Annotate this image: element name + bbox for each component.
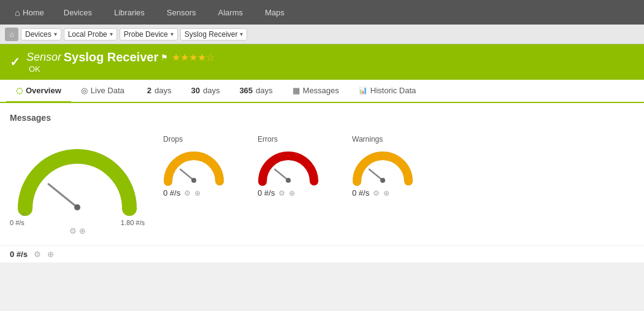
drops-value-row: 0 #/s ⚙ ⊕	[163, 188, 201, 198]
check-icon: ✓	[10, 55, 20, 69]
header-banner: ✓ Sensor Syslog Receiver ⚑ ★★★★☆ OK	[0, 44, 644, 80]
small-gauges: Drops 0 #/s ⚙ ⊕ Errors	[163, 129, 634, 198]
drops-label: Drops	[163, 135, 183, 144]
status-badge: OK	[29, 64, 40, 74]
tab-live-data[interactable]: ◎ Live Data	[71, 80, 137, 103]
breadcrumb-probe-device[interactable]: Probe Device ▾	[120, 28, 178, 40]
tab-30-days[interactable]: 30 days	[181, 80, 229, 103]
live-data-icon: ◎	[81, 86, 88, 95]
section-title: Messages	[10, 113, 634, 123]
bottom-pin-icon[interactable]: ⊕	[47, 250, 54, 259]
nav-home[interactable]: ⌂ Home	[6, 0, 53, 25]
gauge-labels: 0 #/s 1.80 #/s	[10, 219, 145, 226]
main-gear-icon[interactable]: ⚙	[69, 226, 77, 236]
svg-point-1	[74, 204, 80, 210]
svg-line-3	[180, 169, 194, 180]
errors-label: Errors	[258, 135, 278, 144]
tab-overview[interactable]: ◌ Overview	[6, 80, 71, 103]
breadcrumb-probe-device-arrow: ▾	[171, 31, 174, 37]
warnings-gauge-svg	[352, 146, 413, 186]
warnings-value-row: 0 #/s ⚙ ⊕	[352, 188, 389, 198]
top-navigation: ⌂ Home Devices Libraries Sensors Alarms …	[0, 0, 644, 25]
breadcrumb-syslog-arrow: ▾	[240, 31, 243, 37]
nav-maps[interactable]: Maps	[254, 0, 296, 25]
svg-point-8	[380, 178, 385, 183]
overview-icon: ◌	[16, 86, 23, 95]
warnings-gauge: Warnings 0 #/s ⚙ ⊕	[352, 135, 432, 198]
gauge-min-label: 0 #/s	[10, 219, 25, 226]
flag-icon[interactable]: ⚑	[161, 53, 168, 62]
main-gauge-controls: ⚙ ⊕	[69, 226, 86, 236]
bottom-bar: 0 #/s ⚙ ⊕	[0, 245, 644, 263]
tab-messages[interactable]: ▦ Messages	[283, 80, 349, 103]
warnings-pin-icon[interactable]: ⊕	[383, 189, 389, 198]
breadcrumb-syslog-receiver[interactable]: Syslog Receiver ▾	[180, 28, 248, 40]
drops-gear-icon[interactable]: ⚙	[184, 189, 191, 198]
header-info: Sensor Syslog Receiver ⚑ ★★★★☆ OK	[26, 50, 215, 74]
svg-line-5	[275, 169, 288, 180]
svg-line-0	[48, 184, 77, 207]
svg-text:x: x	[22, 211, 25, 217]
nav-devices[interactable]: Devices	[53, 0, 103, 25]
messages-icon: ▦	[293, 86, 300, 95]
main-gauge-svg: x	[13, 129, 142, 218]
star-rating[interactable]: ★★★★☆	[172, 52, 215, 63]
errors-gear-icon[interactable]: ⚙	[278, 189, 285, 198]
historic-icon: 📊	[359, 86, 367, 94]
errors-gauge: Errors 0 #/s ⚙ ⊕	[258, 135, 337, 198]
drops-pin-icon[interactable]: ⊕	[194, 189, 201, 198]
nav-libraries[interactable]: Libraries	[103, 0, 156, 25]
bottom-value: 0 #/s	[10, 250, 28, 259]
breadcrumb-local-probe[interactable]: Local Probe ▾	[64, 28, 117, 40]
sensor-name: Syslog Receiver	[64, 50, 159, 64]
errors-value-row: 0 #/s ⚙ ⊕	[258, 188, 295, 198]
breadcrumb: ⌂ Devices ▾ Local Probe ▾ Probe Device ▾…	[0, 25, 644, 44]
nav-sensors[interactable]: Sensors	[156, 0, 207, 25]
gauges-container: x 0 #/s 1.80 #/s ⚙ ⊕ Drops	[10, 129, 634, 236]
tabs-bar: ◌ Overview ◎ Live Data 2 days 30 days 36…	[0, 80, 644, 103]
bottom-gear-icon[interactable]: ⚙	[34, 250, 41, 259]
breadcrumb-local-probe-arrow: ▾	[110, 31, 113, 37]
svg-line-7	[369, 169, 383, 180]
main-pin-icon[interactable]: ⊕	[79, 226, 86, 236]
warnings-label: Warnings	[352, 135, 383, 144]
breadcrumb-home-icon[interactable]: ⌂	[5, 28, 18, 41]
warnings-gear-icon[interactable]: ⚙	[373, 189, 380, 198]
svg-point-6	[286, 178, 291, 183]
tab-365-days[interactable]: 365 days	[229, 80, 282, 103]
drops-gauge: Drops 0 #/s ⚙ ⊕	[163, 135, 243, 198]
errors-value: 0 #/s	[258, 188, 275, 198]
gauge-max-label: 1.80 #/s	[121, 219, 145, 226]
errors-pin-icon[interactable]: ⊕	[289, 189, 295, 198]
sensor-label: Sensor	[26, 51, 61, 64]
content-area: Messages x 0 #/s 1.80 #/s ⚙ ⊕	[0, 103, 644, 245]
nav-alarms[interactable]: Alarms	[207, 0, 254, 25]
breadcrumb-devices[interactable]: Devices ▾	[21, 28, 61, 40]
drops-gauge-svg	[163, 146, 224, 186]
nav-home-label: Home	[23, 8, 44, 17]
breadcrumb-devices-arrow: ▾	[54, 31, 57, 37]
home-icon: ⌂	[15, 7, 20, 18]
tab-historic-data[interactable]: 📊 Historic Data	[349, 80, 426, 103]
svg-point-4	[191, 178, 196, 183]
warnings-value: 0 #/s	[352, 188, 369, 198]
tab-2-days[interactable]: 2 days	[137, 80, 182, 103]
errors-gauge-svg	[258, 146, 319, 186]
main-gauge: x 0 #/s 1.80 #/s ⚙ ⊕	[10, 129, 145, 236]
drops-value: 0 #/s	[163, 188, 180, 198]
